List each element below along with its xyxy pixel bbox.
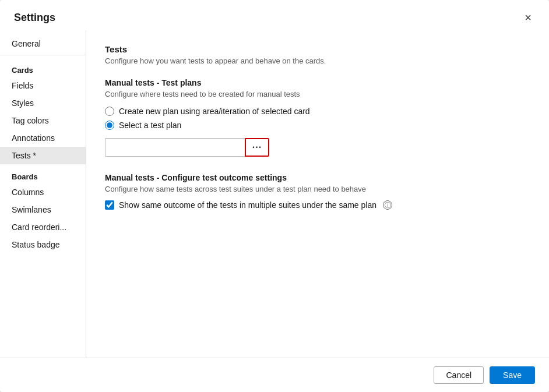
close-button[interactable]: × [521, 10, 535, 24]
manual-tests-desc: Configure where tests need to be created… [105, 90, 530, 98]
sidebar-section-cards: Cards [0, 58, 86, 77]
test-plan-input[interactable] [105, 138, 245, 157]
radio-option2-input[interactable] [105, 121, 114, 130]
dialog-header: Settings × [0, 0, 549, 30]
sidebar-item-columns[interactable]: Columns [0, 183, 86, 201]
test-plan-radio-group: Create new plan using area/iteration of … [105, 107, 530, 130]
radio-option1-text: Create new plan using area/iteration of … [119, 107, 310, 116]
sidebar-item-general[interactable]: General [0, 35, 86, 52]
main-content: Tests Configure how you want tests to ap… [86, 30, 549, 358]
test-plan-row: ··· [105, 138, 530, 157]
outcome-checkbox-label[interactable]: Show same outcome of the tests in multip… [105, 200, 530, 210]
sidebar-section-boards: Boards [0, 164, 86, 183]
configure-title: Manual tests - Configure test outcome se… [105, 173, 530, 182]
radio-option2-label[interactable]: Select a test plan [105, 121, 530, 130]
outcome-checkbox-input[interactable] [105, 200, 114, 210]
settings-dialog: Settings × General Cards Fields Styles T… [0, 0, 549, 392]
sidebar-item-styles[interactable]: Styles [0, 94, 86, 112]
dialog-body: General Cards Fields Styles Tag colors A… [0, 30, 549, 358]
sidebar-item-tests[interactable]: Tests * [0, 147, 86, 164]
configure-desc: Configure how same tests across test sui… [105, 185, 530, 193]
sidebar-item-swimlanes[interactable]: Swimlanes [0, 201, 86, 218]
section-desc: Configure how you want tests to appear a… [105, 56, 530, 65]
test-plan-browse-button[interactable]: ··· [245, 138, 269, 157]
save-button[interactable]: Save [490, 366, 535, 384]
sidebar: General Cards Fields Styles Tag colors A… [0, 30, 86, 358]
sidebar-item-status-badge[interactable]: Status badge [0, 236, 86, 253]
dialog-title: Settings [14, 12, 55, 24]
radio-option1-label[interactable]: Create new plan using area/iteration of … [105, 107, 530, 116]
dialog-footer: Cancel Save [0, 358, 549, 392]
section-title: Tests [105, 44, 530, 54]
sidebar-item-card-reordering[interactable]: Card reorderi... [0, 218, 86, 236]
outcome-checkbox-text: Show same outcome of the tests in multip… [119, 200, 376, 210]
sidebar-item-annotations[interactable]: Annotations [0, 129, 86, 147]
radio-option1-input[interactable] [105, 107, 114, 116]
info-icon: ⓘ [383, 200, 392, 210]
sidebar-item-tag-colors[interactable]: Tag colors [0, 112, 86, 129]
radio-option2-text: Select a test plan [119, 121, 181, 130]
manual-tests-title: Manual tests - Test plans [105, 78, 530, 87]
cancel-button[interactable]: Cancel [434, 366, 484, 384]
sidebar-item-fields[interactable]: Fields [0, 77, 86, 94]
